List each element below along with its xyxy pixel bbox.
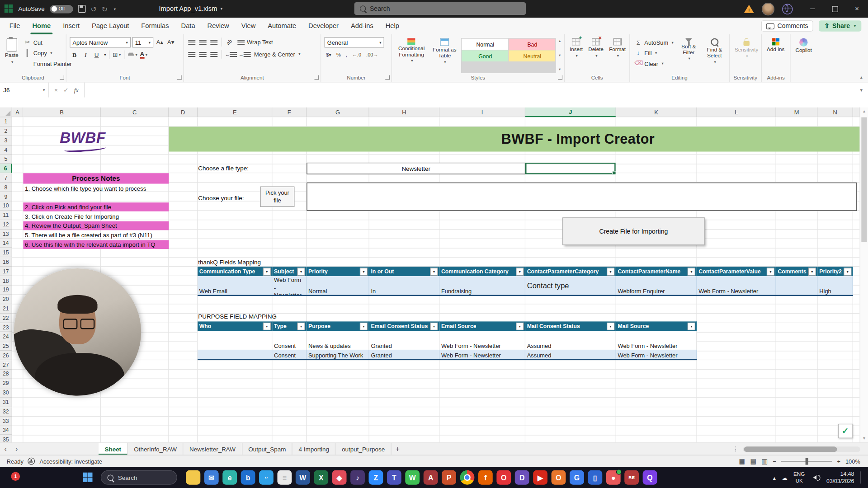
enter-icon[interactable]: ✓ [63,87,68,94]
filter-icon[interactable]: ▾ [430,322,438,330]
column-header-A[interactable]: A [12,108,23,117]
percent-style-button[interactable]: % [335,50,342,60]
row-header-10[interactable]: 10 [0,202,12,211]
ribbon-tab-automate[interactable]: Automate [262,18,302,34]
taskbar-app-word[interactable]: W [296,470,310,485]
purpose-cell-0-who[interactable] [198,340,272,350]
taskbar-app-recorder[interactable]: ● [606,470,621,485]
chevron-down-icon[interactable]: ▾ [104,52,106,57]
row-header-15[interactable]: 15 [0,248,12,258]
row-header-24[interactable]: 24 [0,332,12,342]
autosum-button[interactable]: ΣAutoSum▾ [633,37,675,47]
taskbar-app-analytics[interactable]: D [515,470,529,485]
cells-grid[interactable]: BWBF - Import Creator BWBF Choose a file… [12,117,860,443]
fill-button[interactable]: ↓Fill▾ [633,47,675,58]
taskbar-app-file-explorer[interactable] [186,470,200,485]
taskbar-app-photos[interactable]: ◆ [332,470,347,485]
document-title[interactable]: Import App_v1.xlsm▾ [159,0,222,18]
ribbon-tab-page-layout[interactable]: Page Layout [85,18,135,34]
format-cells-button[interactable]: Format▾ [608,37,627,73]
customize-toolbar-chevron-icon[interactable]: ▾ [114,7,116,11]
cut-button[interactable]: ✂Cut [22,37,73,47]
filter-icon[interactable]: ▾ [808,267,816,275]
scroll-up-icon[interactable]: ▴ [860,108,868,115]
redo-icon[interactable]: ↻ [102,5,108,13]
copy-button[interactable]: Copy▾ [22,47,73,58]
increase-indent-button[interactable]: → [239,49,251,59]
notification-badge[interactable]: 1 [11,472,20,481]
font-name-select[interactable]: Aptos Narrow▾ [70,37,131,47]
taskbar-app-vscode[interactable]: ‹› [259,470,274,485]
purpose-empty-cell-type[interactable] [272,331,307,340]
bold-button[interactable]: B [70,50,79,60]
font-color-button[interactable]: A▾ [139,50,148,60]
top-align-button[interactable] [187,37,197,47]
middle-align-button[interactable] [198,37,208,47]
orientation-button[interactable]: ab [225,37,234,47]
font-dialog-launcher-icon[interactable] [177,75,182,80]
purpose-cell-1-who[interactable] [198,350,272,359]
sensitivity-button[interactable]: Sensitivity▾ [733,37,760,73]
column-header-C[interactable]: C [101,108,169,117]
purpose-cell-0-type[interactable]: Consent [272,340,307,350]
purpose-cell-1-email-consent-status[interactable]: Granted [369,350,440,359]
sheet-tab-newsletter-raw[interactable]: Newsletter_RAW [184,443,242,455]
column-header-M[interactable]: M [776,108,818,117]
ribbon-tab-file[interactable]: File [3,18,26,34]
purpose-cell-1-email-source[interactable]: Web Form - Newsletter [439,350,525,359]
row-header-35[interactable]: 35 [0,435,12,443]
bottom-align-button[interactable] [209,37,219,47]
purpose-empty-cell-mail-source[interactable] [616,331,697,340]
comma-style-button[interactable]: , [344,50,349,60]
column-header-N[interactable]: N [818,108,853,117]
taskbar-app-firefox[interactable]: f [478,470,493,485]
filter-icon[interactable]: ▾ [767,267,774,275]
mapping-cell-contactparametervalue[interactable]: Web Form - Newsletter [697,276,776,295]
mapping-cell-comments[interactable] [776,276,818,295]
zoom-out-button[interactable]: − [773,458,776,465]
row-header-9[interactable]: 9 [0,192,12,202]
pick-file-button[interactable]: Pick your file [260,187,295,207]
mapping-cell-contactparametercategory[interactable]: Contact type [525,276,616,295]
volume-icon[interactable] [811,474,821,480]
taskbar-app-powerpoint[interactable]: P [442,470,456,485]
mapping-cell-communication-type[interactable]: Web Email [198,276,272,295]
accessibility-status[interactable]: Accessibility: investigate [39,458,102,465]
filter-icon[interactable]: ▾ [263,267,271,275]
ribbon-tab-insert[interactable]: Insert [57,18,86,34]
row-header-20[interactable]: 20 [0,295,12,305]
decrease-indent-button[interactable]: ← [225,49,237,59]
create-file-button[interactable]: Create File for Importing [562,217,705,245]
presence-globe-icon[interactable] [782,4,793,14]
formula-input[interactable] [85,82,855,98]
name-box[interactable]: J6▾ [0,82,49,98]
row-header-11[interactable]: 11 [0,211,12,220]
insert-function-icon[interactable]: fx [74,87,79,94]
row-header-1[interactable]: 1 [0,117,12,127]
taskbar-app-teams[interactable]: T [387,470,401,485]
tab-overflow-icon[interactable]: ⋮ [728,443,743,455]
scroll-down-icon[interactable]: ▾ [860,435,868,442]
number-format-select[interactable]: General▾ [325,37,384,47]
taskbar-app-whatsapp[interactable]: W [405,470,420,485]
row-header-19[interactable]: 19 [0,286,12,295]
vertical-scroll-thumb[interactable] [861,117,867,242]
column-header-K[interactable]: K [616,108,697,117]
ribbon-tab-add-ins[interactable]: Add-ins [344,18,379,34]
mapping-cell-contactparametername[interactable]: Webform Enquirer [616,276,697,295]
row-header-28[interactable]: 28 [0,370,12,379]
row-header-6[interactable]: 6 [0,164,12,174]
close-button[interactable]: × [846,0,868,18]
taskbar-search[interactable]: Search [101,470,177,485]
horizontal-scrollbar[interactable] [743,446,860,452]
align-center-button[interactable] [198,49,208,59]
row-header-13[interactable]: 13 [0,230,12,239]
share-button[interactable]: ⇧Share▾ [819,20,861,31]
filter-icon[interactable]: ▾ [607,322,614,330]
sheet-tab-4-importing[interactable]: 4 Importing [292,443,336,455]
row-header-23[interactable]: 23 [0,323,12,333]
purpose-empty-cell-mail-consent-status[interactable] [525,331,616,340]
column-header-E[interactable]: E [198,108,272,117]
filter-icon[interactable]: ▾ [360,267,368,275]
row-header-31[interactable]: 31 [0,398,12,407]
